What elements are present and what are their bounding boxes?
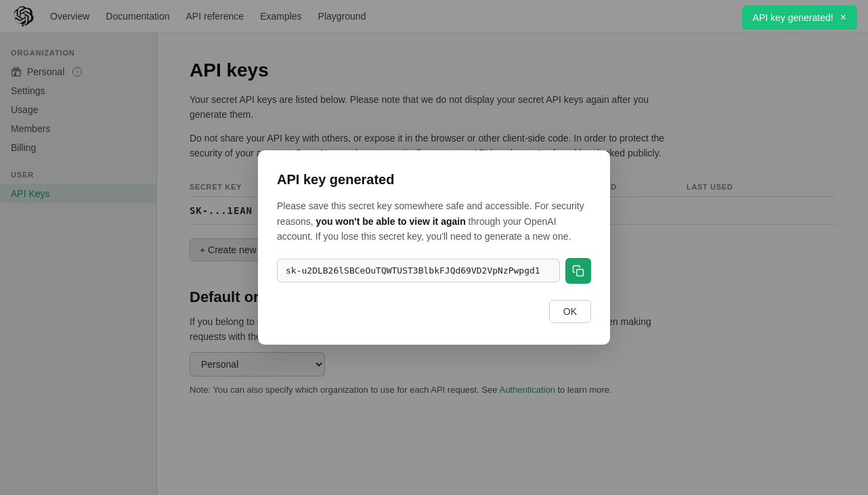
key-input-row [277,258,591,284]
svg-rect-3 [577,269,584,276]
modal-overlay: API key generated Please save this secre… [0,0,868,495]
toast-notification: API key generated! × [742,5,857,30]
modal-desc-bold: you won't be able to view it again [316,216,466,227]
modal-title: API key generated [277,172,591,188]
copy-key-button[interactable] [565,258,591,284]
ok-button[interactable]: OK [549,300,591,323]
toast-message: API key generated! [753,12,833,23]
modal-footer: OK [277,300,591,323]
api-key-generated-modal: API key generated Please save this secre… [258,150,610,344]
api-key-input[interactable] [277,259,560,282]
modal-desc: Please save this secret key somewhere sa… [277,198,591,244]
toast-close-button[interactable]: × [840,12,846,23]
